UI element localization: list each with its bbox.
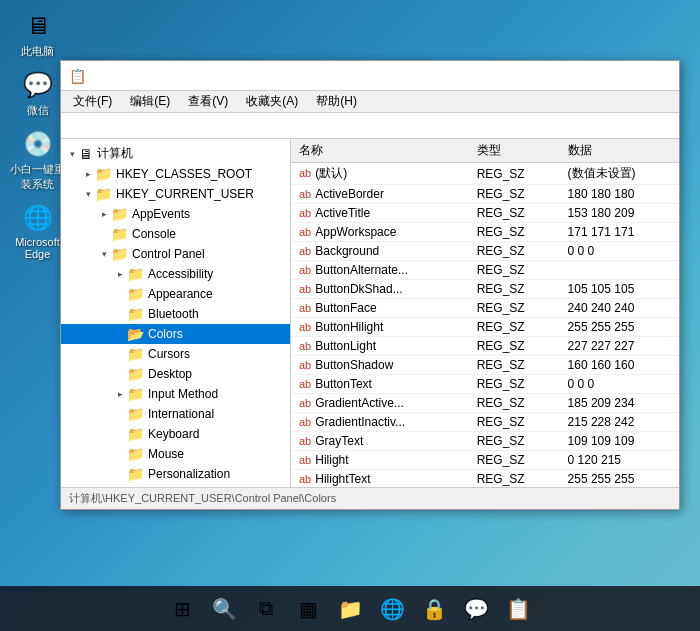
table-row[interactable]: abGradientInactiv...REG_SZ215 228 242 (291, 413, 679, 432)
taskbar-icon-multitasking[interactable]: ▦ (290, 591, 326, 627)
reg-data: 215 228 242 (560, 413, 679, 432)
reg-name: abAppWorkspace (291, 223, 469, 242)
tree-node-mouse[interactable]: 📁Mouse (61, 444, 290, 464)
reg-type: REG_SZ (469, 223, 560, 242)
table-row[interactable]: abButtonDkShad...REG_SZ105 105 105 (291, 280, 679, 299)
reg-name: abHilight (291, 451, 469, 470)
reg-value-icon: ab (299, 321, 311, 333)
taskbar-icon-start[interactable]: ⊞ (164, 591, 200, 627)
taskbar-icon-taskview[interactable]: ⧉ (248, 591, 284, 627)
taskbar-icon-search[interactable]: 🔍 (206, 591, 242, 627)
desktop-icon-reinstall[interactable]: 💿 小白一键重 装系统 (10, 128, 65, 192)
maximize-button[interactable] (635, 68, 651, 84)
node-label-computer: 计算机 (97, 145, 133, 162)
table-row[interactable]: abButtonTextREG_SZ0 0 0 (291, 375, 679, 394)
tree-node-appevents[interactable]: ▸📁AppEvents (61, 204, 290, 224)
reg-value-icon: ab (299, 283, 311, 295)
table-row[interactable]: abButtonFaceREG_SZ240 240 240 (291, 299, 679, 318)
menu-item-编辑(E)[interactable]: 编辑(E) (122, 91, 178, 112)
node-label-controlpanel: Control Panel (132, 247, 205, 261)
reg-name: abActiveBorder (291, 185, 469, 204)
folder-icon-keyboard: 📁 (127, 426, 144, 442)
expand-icon-controlpanel: ▾ (97, 249, 111, 259)
desktop-icon-computer[interactable]: 🖥 此电脑 (10, 10, 65, 59)
tree-node-hkcu[interactable]: ▾📁HKEY_CURRENT_USER (61, 184, 290, 204)
taskbar-icon-wechat-tb[interactable]: 💬 (458, 591, 494, 627)
table-row[interactable]: ab(默认)REG_SZ(数值未设置) (291, 163, 679, 185)
reg-name: abGrayText (291, 432, 469, 451)
reg-name: abButtonHilight (291, 318, 469, 337)
menu-item-文件(F)[interactable]: 文件(F) (65, 91, 120, 112)
desktop-icon-wechat[interactable]: 💬 微信 (10, 69, 65, 118)
table-row[interactable]: abHilightREG_SZ0 120 215 (291, 451, 679, 470)
tree-node-keyboard[interactable]: 📁Keyboard (61, 424, 290, 444)
tree-node-appearance[interactable]: 📁Appearance (61, 284, 290, 304)
node-label-hkcr: HKEY_CLASSES_ROOT (116, 167, 252, 181)
tree-node-controlpanel[interactable]: ▾📁Control Panel (61, 244, 290, 264)
node-label-appevents: AppEvents (132, 207, 190, 221)
tree-node-colors[interactable]: 📂Colors (61, 324, 290, 344)
table-row[interactable]: abButtonShadowREG_SZ160 160 160 (291, 356, 679, 375)
minimize-button[interactable] (615, 68, 631, 84)
taskbar: ⊞🔍⧉▦📁🌐🔒💬📋 (0, 586, 700, 631)
tree-node-console[interactable]: 📁Console (61, 224, 290, 244)
table-row[interactable]: abGradientActive...REG_SZ185 209 234 (291, 394, 679, 413)
reg-value-icon: ab (299, 454, 311, 466)
reg-data: (数值未设置) (560, 163, 679, 185)
tree-node-international[interactable]: 📁International (61, 404, 290, 424)
node-label-personalization: Personalization (148, 467, 230, 481)
taskbar-icon-regedit-tb[interactable]: 📋 (500, 591, 536, 627)
node-label-console: Console (132, 227, 176, 241)
reg-data: 240 240 240 (560, 299, 679, 318)
menu-item-查看(V)[interactable]: 查看(V) (180, 91, 236, 112)
reg-value-icon: ab (299, 188, 311, 200)
reg-data (560, 261, 679, 280)
expand-icon-appevents: ▸ (97, 209, 111, 219)
taskbar-icon-security[interactable]: 🔒 (416, 591, 452, 627)
taskbar-icon-edge[interactable]: 🌐 (374, 591, 410, 627)
taskbar-icon-explorer[interactable]: 📁 (332, 591, 368, 627)
col-header-名称: 名称 (291, 139, 469, 163)
table-row[interactable]: abGrayTextREG_SZ109 109 109 (291, 432, 679, 451)
tree-node-computer[interactable]: ▾🖥计算机 (61, 143, 290, 164)
reg-name: abButtonAlternate... (291, 261, 469, 280)
reinstall-label: 小白一键重 装系统 (10, 162, 65, 192)
menu-item-帮助(H)[interactable]: 帮助(H) (308, 91, 365, 112)
status-text: 计算机\HKEY_CURRENT_USER\Control Panel\Colo… (69, 491, 336, 506)
table-row[interactable]: abButtonAlternate...REG_SZ (291, 261, 679, 280)
menu-item-收藏夹(A)[interactable]: 收藏夹(A) (238, 91, 306, 112)
table-row[interactable]: abAppWorkspaceREG_SZ171 171 171 (291, 223, 679, 242)
node-label-mouse: Mouse (148, 447, 184, 461)
table-row[interactable]: abButtonLightREG_SZ227 227 227 (291, 337, 679, 356)
tree-node-desktop[interactable]: 📁Desktop (61, 364, 290, 384)
tree-panel[interactable]: ▾🖥计算机▸📁HKEY_CLASSES_ROOT▾📁HKEY_CURRENT_U… (61, 139, 291, 487)
registry-table-header: 名称类型数据 (291, 139, 679, 163)
reg-data: 0 0 0 (560, 242, 679, 261)
desktop-icon-edge[interactable]: 🌐 Microsoft Edge (10, 202, 65, 260)
reg-type: REG_SZ (469, 394, 560, 413)
table-row[interactable]: abActiveBorderREG_SZ180 180 180 (291, 185, 679, 204)
reg-type: REG_SZ (469, 470, 560, 488)
reg-value-icon: ab (299, 397, 311, 409)
node-label-appearance: Appearance (148, 287, 213, 301)
computer-label: 此电脑 (21, 44, 54, 59)
reg-value-icon: ab (299, 167, 311, 179)
tree-node-inputmethod[interactable]: ▸📁Input Method (61, 384, 290, 404)
reg-name: abGradientInactiv... (291, 413, 469, 432)
table-row[interactable]: abActiveTitleREG_SZ153 180 209 (291, 204, 679, 223)
reg-name: abGradientActive... (291, 394, 469, 413)
reg-type: REG_SZ (469, 451, 560, 470)
table-row[interactable]: abHilightTextREG_SZ255 255 255 (291, 470, 679, 488)
table-row[interactable]: abButtonHilightREG_SZ255 255 255 (291, 318, 679, 337)
table-row[interactable]: abBackgroundREG_SZ0 0 0 (291, 242, 679, 261)
close-button[interactable] (655, 68, 671, 84)
tree-node-personalization[interactable]: 📁Personalization (61, 464, 290, 484)
reg-type: REG_SZ (469, 242, 560, 261)
tree-node-bluetooth[interactable]: 📁Bluetooth (61, 304, 290, 324)
tree-node-accessibility[interactable]: ▸📁Accessibility (61, 264, 290, 284)
tree-node-cursors[interactable]: 📁Cursors (61, 344, 290, 364)
tree-node-hkcr[interactable]: ▸📁HKEY_CLASSES_ROOT (61, 164, 290, 184)
wechat-label: 微信 (27, 103, 49, 118)
reg-name: abButtonText (291, 375, 469, 394)
reg-type: REG_SZ (469, 356, 560, 375)
